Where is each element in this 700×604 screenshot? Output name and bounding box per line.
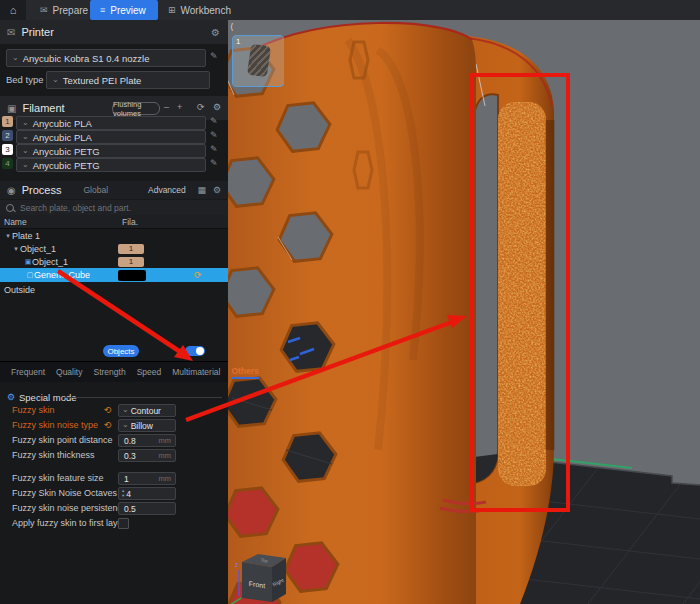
process-global-toggle[interactable]: Global — [83, 185, 108, 195]
point-distance-input[interactable]: 0.8 mm — [118, 434, 176, 447]
chevron-down-icon: ⌄ — [52, 75, 59, 84]
param-row: Fuzzy Skin Noise Octaves ▴▾ 4 — [0, 487, 228, 500]
tab-strength[interactable]: Strength — [94, 367, 126, 377]
tab-preview-label: Preview — [110, 5, 146, 16]
tree-row-plate[interactable]: ▾ Plate 1 — [0, 229, 228, 242]
remove-filament-icon[interactable]: – — [164, 102, 169, 112]
expand-icon[interactable]: ▾ — [4, 232, 12, 240]
revert-icon[interactable]: ⟲ — [104, 420, 112, 430]
generic-cube-filament-chip[interactable] — [118, 270, 146, 281]
printer-settings-icon[interactable]: ⚙ — [211, 27, 220, 38]
flushing-volumes-button[interactable]: Flushing volumes — [112, 102, 160, 115]
process-icon: ◉ — [7, 185, 16, 196]
expand-icon[interactable]: ▾ — [12, 245, 20, 253]
thickness-value: 0.3 — [124, 451, 136, 461]
add-filament-icon[interactable]: + — [177, 102, 182, 112]
filament-1-swatch[interactable]: 1 — [2, 116, 13, 127]
fuzzy-skin-texture — [494, 98, 550, 490]
search-placeholder: Search plate, object and part. — [20, 203, 131, 213]
printer-select-value: Anycubic Kobra S1 0.4 nozzle — [23, 53, 150, 64]
home-button[interactable]: ⌂ — [0, 0, 26, 20]
point-distance-label: Fuzzy skin point distance — [12, 435, 113, 445]
filament-4-select[interactable]: ⌄ Anycubic PETG — [16, 158, 206, 172]
tab-workbench-label: Workbench — [181, 5, 231, 16]
nav-cube-top-label: Top — [260, 558, 268, 564]
bed-type-value: Textured PEI Plate — [63, 75, 142, 86]
tab-quality[interactable]: Quality — [56, 367, 82, 377]
mug-handle[interactable] — [468, 36, 554, 604]
slicer-window: ⌂ ✉ Prepare ≡ Preview ⊞ Workbench ✉ Prin… — [0, 0, 700, 604]
filament-settings-icon[interactable]: ⚙ — [213, 102, 221, 112]
plate-thumbnail[interactable]: 1 — [232, 35, 284, 87]
flushing-volumes-label: Flushing volumes — [113, 100, 159, 118]
feature-size-input[interactable]: 1 mm — [118, 472, 176, 485]
fuzzy-skin-select[interactable]: ⌄ Contour — [118, 404, 176, 417]
change-filament-icon[interactable]: ⟳ — [194, 270, 202, 280]
tree-row-object[interactable]: ▾ Object_1 ✓ 1 — [0, 242, 228, 255]
object-filament-chip[interactable]: 1 — [118, 244, 144, 254]
filament-2-edit-icon[interactable]: ✎ — [210, 130, 218, 140]
filament-4-swatch[interactable]: 4 — [2, 158, 13, 169]
printer-edit-icon[interactable]: ✎ — [210, 51, 218, 61]
tab-speed[interactable]: Speed — [137, 367, 162, 377]
thickness-input[interactable]: 0.3 mm — [118, 449, 176, 462]
thickness-unit: mm — [159, 451, 172, 460]
sync-ams-icon[interactable]: ⟳ — [197, 102, 205, 112]
search-icon — [6, 204, 14, 212]
filament-title: Filament — [22, 102, 64, 114]
object-child-filament-chip[interactable]: 1 — [118, 257, 144, 267]
filament-1-select[interactable]: ⌄ Anycubic PLA — [16, 116, 206, 130]
printer-select[interactable]: ⌄ Anycubic Kobra S1 0.4 nozzle — [6, 49, 206, 67]
tree-row-object-child[interactable]: ▣ Object_1 1 — [0, 255, 228, 268]
filament-4-edit-icon[interactable]: ✎ — [210, 158, 218, 168]
part-icon: ▢ — [26, 271, 34, 279]
search-bar[interactable]: Search plate, object and part. — [0, 200, 228, 215]
viewport-3d-scene[interactable]: z Front Right Top — [228, 20, 700, 604]
chevron-down-icon: ⌄ — [12, 53, 19, 62]
tab-preview[interactable]: ≡ Preview — [90, 0, 158, 20]
filament-1-name: Anycubic PLA — [33, 118, 92, 129]
tree-row-outside[interactable]: Outside — [0, 283, 228, 296]
tree-row-generic-cube[interactable]: ▢ Generic-Cube ⟳ — [0, 268, 228, 282]
special-mode-header: ⚙ Special mode — [0, 390, 228, 404]
noise-persistence-input[interactable]: 0.5 — [118, 502, 176, 515]
chevron-down-icon: ⌄ — [22, 160, 29, 169]
chevron-down-icon: ⌄ — [22, 118, 29, 127]
axis-z-label: z — [235, 561, 238, 568]
process-settings-icon[interactable]: ⚙ — [213, 185, 221, 195]
tab-prepare[interactable]: ✉ Prepare — [30, 0, 98, 20]
tab-workbench[interactable]: ⊞ Workbench — [158, 0, 241, 20]
process-objects-toggle[interactable]: Objects — [103, 345, 139, 357]
fila-column-header: Fila. — [122, 217, 138, 227]
filament-3-name: Anycubic PETG — [33, 146, 100, 157]
param-table-icon[interactable]: ▦ — [197, 185, 206, 195]
point-distance-value: 0.8 — [124, 436, 136, 446]
printer-title: Printer — [21, 26, 53, 38]
sidebar-collapse-icon[interactable]: ⟨ — [230, 22, 234, 32]
bed-type-select[interactable]: ⌄ Textured PEI Plate — [46, 71, 210, 89]
tab-multimaterial[interactable]: Multimaterial — [172, 367, 220, 377]
filament-3-select[interactable]: ⌄ Anycubic PETG — [16, 144, 206, 158]
noise-octaves-stepper[interactable]: ▴▾ 4 — [118, 487, 176, 500]
filament-3-swatch[interactable]: 3 — [2, 144, 13, 155]
revert-icon[interactable]: ⟲ — [104, 405, 112, 415]
tab-frequent[interactable]: Frequent — [11, 367, 45, 377]
filament-2-select[interactable]: ⌄ Anycubic PLA — [16, 130, 206, 144]
fuzzy-skin-label: Fuzzy skin — [12, 405, 55, 415]
fuzzy-skin-noise-type-select[interactable]: ⌄ Billow — [118, 419, 176, 432]
filament-4-name: Anycubic PETG — [33, 160, 100, 171]
param-row: Fuzzy skin point distance 0.8 mm — [0, 434, 228, 447]
feature-size-unit: mm — [159, 474, 172, 483]
advanced-toggle[interactable] — [185, 346, 205, 356]
sidebar: ✉ Printer ⚙ ⌄ Anycubic Kobra S1 0.4 nozz… — [0, 20, 228, 604]
process-objects-label: Objects — [107, 347, 134, 356]
noise-octaves-value: 4 — [126, 489, 131, 499]
stepper-down-icon[interactable]: ▾ — [122, 494, 124, 499]
point-distance-unit: mm — [159, 436, 172, 445]
filament-3-edit-icon[interactable]: ✎ — [210, 144, 218, 154]
first-layer-checkbox[interactable] — [118, 518, 129, 529]
filament-2-swatch[interactable]: 2 — [2, 130, 13, 141]
tab-others[interactable]: Others — [231, 366, 258, 379]
filament-1-edit-icon[interactable]: ✎ — [210, 116, 218, 126]
param-row: Fuzzy skin noise type ⟲ ⌄ Billow — [0, 419, 228, 432]
